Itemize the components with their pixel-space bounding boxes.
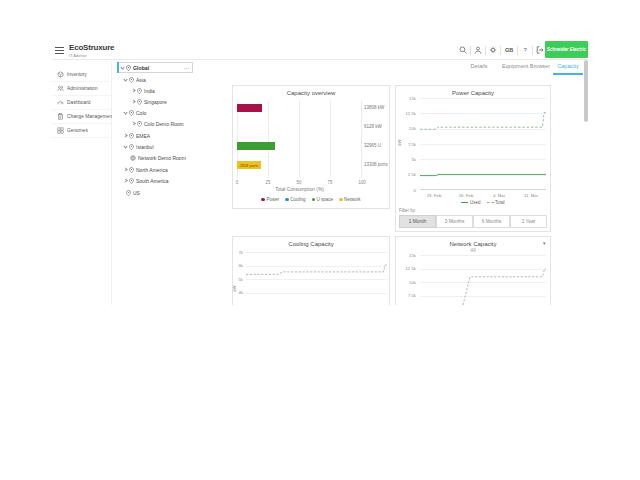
logo-text: EcoStruxure: [69, 43, 114, 52]
menu-icon[interactable]: [55, 47, 64, 54]
y-tick: 10k: [398, 280, 416, 285]
x-tick: 11. Mar: [519, 193, 543, 198]
location-pin-icon: [137, 99, 142, 105]
divider: [500, 46, 501, 55]
tree-item-us[interactable]: US: [126, 188, 140, 197]
tree-item-network-demo-room[interactable]: Network Demo Room: [130, 153, 186, 162]
capacity-label-u-space: 32965 U: [364, 143, 390, 148]
chevron-right-icon[interactable]: [123, 167, 127, 171]
chevron-right-icon[interactable]: [131, 121, 135, 125]
x-tick: 50: [291, 180, 307, 185]
tree-item-label: Istanbul: [136, 144, 154, 150]
legend-label: Power: [266, 197, 279, 202]
tree-item-label: India: [144, 88, 155, 94]
sidebar-item-inventory[interactable]: Inventory: [52, 68, 112, 82]
chevron-down-icon[interactable]: [123, 144, 127, 148]
tree-item-north-america[interactable]: North America: [124, 165, 168, 174]
y-tick: 6k: [234, 263, 243, 268]
more-options-icon[interactable]: ⋯: [183, 64, 189, 71]
chart-legend: Power Cooling U space Network: [237, 197, 385, 202]
chart-title: Capacity overview: [233, 90, 389, 96]
user-icon[interactable]: [473, 44, 483, 56]
divider: [517, 46, 518, 55]
tree-item-colo[interactable]: Colo: [124, 108, 146, 117]
cooling-capacity-plot: [246, 250, 387, 305]
search-icon[interactable]: [458, 44, 468, 56]
dashboard-icon: [57, 99, 64, 106]
chevron-right-icon[interactable]: [123, 133, 127, 137]
tree-root-global[interactable]: Global ⋯: [117, 62, 193, 73]
divider: [532, 46, 533, 55]
y-tick: 15k: [398, 253, 416, 258]
filter-by-label: Filter by:: [399, 208, 416, 213]
active-tab-underline: [553, 73, 583, 75]
sidebar-item-genomes[interactable]: Genomes: [52, 124, 112, 138]
tree-item-india[interactable]: India: [132, 86, 155, 95]
brand-text: Schneider Electric: [547, 47, 586, 52]
capacity-label-power: 13808 kW: [364, 105, 390, 110]
y-tick: 10k: [398, 126, 416, 131]
tree-item-istanbul[interactable]: Istanbul: [124, 142, 154, 151]
chevron-down-icon[interactable]: ▾: [543, 240, 546, 246]
topbar-actions: GB ?: [458, 43, 545, 57]
x-tick: 4. Mar: [487, 193, 511, 198]
filter-6-months-button[interactable]: 6 Months: [473, 215, 510, 228]
x-tick: 25: [260, 180, 276, 185]
app-logo[interactable]: EcoStruxure IT Advisor: [69, 43, 114, 58]
location-pin-icon: [129, 144, 134, 150]
location-pin-icon: [126, 65, 131, 71]
logout-icon[interactable]: [535, 44, 545, 56]
filter-3-months-button[interactable]: 3 Months: [436, 215, 473, 228]
bar-network: 2658 ports: [237, 161, 261, 169]
x-tick: 75: [322, 180, 338, 185]
tree-item-label: South America: [136, 178, 169, 184]
schneider-electric-logo: Schneider Electric: [545, 41, 588, 58]
chevron-right-icon[interactable]: [131, 99, 135, 103]
filter-1-month-button[interactable]: 1 Month: [399, 215, 436, 228]
help-icon[interactable]: ?: [520, 44, 530, 56]
tree-item-label: Asia: [136, 77, 146, 83]
tree-item-south-america[interactable]: South America: [124, 176, 169, 185]
tab-details[interactable]: Details: [458, 63, 500, 69]
settings-icon[interactable]: [488, 44, 498, 56]
chevron-down-icon[interactable]: [123, 77, 127, 81]
series-used: [420, 174, 546, 175]
chevron-right-icon[interactable]: [131, 88, 135, 92]
tree-item-asia[interactable]: Asia: [124, 75, 146, 84]
change-management-icon: [57, 113, 64, 120]
legend-label: Used: [470, 200, 481, 205]
y-tick: 4k: [234, 290, 243, 295]
inventory-icon: [57, 71, 64, 78]
series-total: [246, 265, 387, 274]
legend-dot-u-space: [312, 198, 316, 202]
chevron-down-icon[interactable]: [123, 110, 127, 114]
sidebar-item-dashboard[interactable]: Dashboard: [52, 96, 112, 110]
chart-title: Network Capacity: [396, 241, 550, 247]
tree-item-singapore[interactable]: Singapore: [132, 97, 167, 106]
language-selector[interactable]: GB: [503, 47, 515, 53]
x-axis-label: Total Consumption (%): [247, 187, 352, 192]
location-pin-icon: [129, 167, 134, 173]
series-total: [420, 113, 546, 130]
tree-item-emea[interactable]: EMEA: [124, 131, 150, 140]
power-capacity-plot: [420, 98, 546, 190]
sidebar-item-change-management[interactable]: Change Management: [52, 110, 112, 124]
divider: [470, 46, 471, 55]
y-tick: 7k: [234, 250, 243, 255]
location-pin-icon: [129, 178, 134, 184]
x-tick: 19. Feb: [422, 193, 446, 198]
tree-item-colo-demo-room[interactable]: Colo Demo Room: [132, 119, 184, 128]
tab-equipment-browser[interactable]: Equipment Browser: [498, 63, 554, 69]
chevron-right-icon[interactable]: [123, 178, 127, 182]
tree-item-label: North America: [136, 167, 168, 173]
chevron-down-icon[interactable]: [120, 65, 124, 69]
tab-capacity[interactable]: Capacity: [553, 63, 583, 69]
x-tick: 26. Feb: [454, 193, 478, 198]
filter-1-year-button[interactable]: 1 Year: [510, 215, 547, 228]
scrollbar-thumb[interactable]: [584, 60, 588, 122]
legend-dot-cooling: [285, 198, 289, 202]
location-pin-icon: [137, 121, 142, 127]
x-tick: 100: [354, 180, 370, 185]
y-tick: 2.5k: [398, 172, 416, 177]
sidebar-item-administration[interactable]: Administration: [52, 82, 112, 96]
